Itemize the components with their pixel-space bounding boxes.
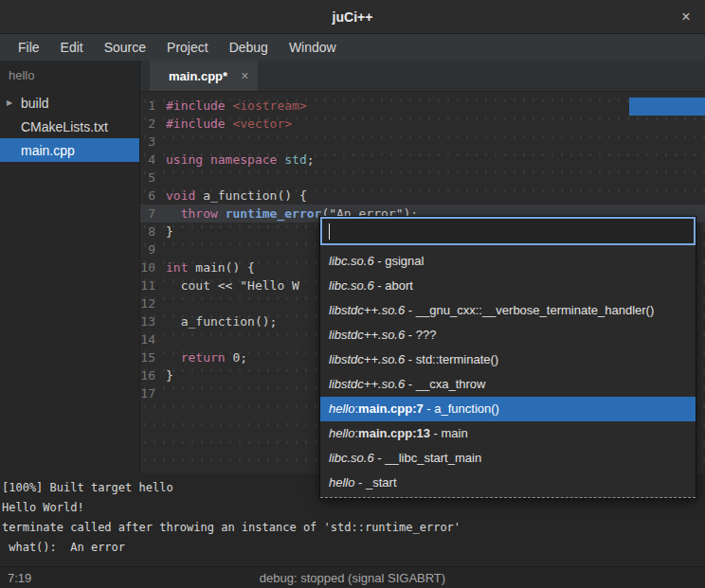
console-line: Hello World! [2, 498, 703, 518]
code-text: using namespace std; [160, 151, 315, 169]
code-text: #include <iostream> [160, 97, 307, 115]
backtrace-item[interactable]: libstdc++.so.6 - __cxa_throw [320, 372, 696, 397]
code-text: return 0; [160, 348, 247, 366]
menubar: FileEditSourceProjectDebugWindow [0, 34, 705, 61]
window-titlebar: juCi++ × [0, 0, 705, 34]
cursor-position: 7:19 [0, 571, 31, 585]
line-number: 4 [140, 151, 160, 169]
code-text: } [160, 223, 173, 241]
editor-line[interactable]: 2#include <vector> [140, 115, 705, 133]
line-number: 14 [140, 330, 160, 348]
code-text: a_function(); [160, 312, 277, 330]
console-line: terminate called after throwing an insta… [2, 518, 703, 538]
backtrace-item[interactable]: libstdc++.so.6 - ??? [320, 323, 696, 347]
line-number: 5 [140, 169, 160, 187]
console-line: what(): An error [2, 538, 703, 558]
file-tree-panel: hello ▶buildCMakeLists.txtmain.cpp [0, 61, 140, 473]
line-number: 3 [140, 133, 160, 151]
line-number: 11 [140, 276, 160, 294]
tree-item-label: CMakeLists.txt [21, 119, 108, 134]
line-number: 17 [140, 384, 160, 402]
backtrace-list: libc.so.6 - gsignallibc.so.6 - abortlibs… [320, 245, 696, 498]
line-number: 12 [140, 294, 160, 312]
backtrace-item[interactable]: hello - _start [320, 471, 696, 495]
code-text: void a_function() { [160, 187, 307, 205]
scrollbar-thumb[interactable] [629, 98, 705, 116]
code-text [160, 294, 166, 312]
statusbar: debug: stopped (signal SIGABRT) 7:19 [0, 566, 705, 588]
line-number: 13 [140, 312, 160, 330]
line-number: 9 [140, 241, 160, 258]
backtrace-filter-input[interactable] [320, 217, 696, 245]
line-number: 1 [140, 97, 160, 115]
tree-item-cmakelists-txt[interactable]: CMakeLists.txt [0, 115, 139, 138]
menu-item-file[interactable]: File [8, 34, 50, 61]
text-caret [329, 223, 330, 240]
expander-icon[interactable]: ▶ [7, 98, 21, 107]
tab-close-icon[interactable]: × [241, 68, 248, 83]
debug-status-text: debug: stopped (signal SIGABRT) [0, 571, 705, 585]
menu-item-window[interactable]: Window [279, 34, 347, 61]
editor-line[interactable]: 5 [140, 169, 705, 187]
window-close-icon[interactable]: × [677, 8, 696, 27]
code-text [160, 241, 166, 258]
file-tree: ▶buildCMakeLists.txtmain.cpp [0, 91, 139, 162]
code-text: #include <vector> [160, 115, 292, 133]
line-number: 2 [140, 115, 160, 133]
line-number: 16 [140, 366, 160, 384]
line-number: 6 [140, 187, 160, 205]
backtrace-item[interactable]: hello:main.cpp:13 - main [320, 421, 696, 446]
line-number: 8 [140, 223, 160, 241]
tab-main-cpp[interactable]: main.cpp* × [150, 61, 258, 91]
menu-item-source[interactable]: Source [94, 34, 156, 61]
backtrace-popup: libc.so.6 - gsignallibc.so.6 - abortlibs… [319, 216, 696, 499]
editor-line[interactable]: 3 [140, 133, 705, 151]
editor-line[interactable]: 6void a_function() { [140, 187, 705, 205]
tree-item-main-cpp[interactable]: main.cpp [0, 138, 139, 162]
tree-item-label: main.cpp [21, 143, 75, 158]
code-text: } [160, 366, 173, 384]
backtrace-item[interactable]: libc.so.6 - __libc_start_main [320, 446, 696, 471]
backtrace-item[interactable]: libstdc++.so.6 - __gnu_cxx::__verbose_te… [320, 298, 696, 323]
tabbar: main.cpp* × [140, 61, 705, 92]
backtrace-item[interactable]: libstdc++.so.6 - std::terminate() [320, 347, 696, 372]
menu-item-debug[interactable]: Debug [219, 34, 279, 61]
code-text: int main() { [160, 258, 255, 276]
tree-item-build[interactable]: ▶build [0, 91, 139, 115]
backtrace-item[interactable]: libc.so.6 - abort [320, 274, 696, 298]
line-number: 7 [140, 205, 160, 223]
editor-line[interactable]: 1#include <iostream> [140, 97, 705, 115]
backtrace-item[interactable]: libc.so.6 - gsignal [320, 249, 696, 274]
tree-item-label: build [21, 96, 49, 111]
code-text [160, 169, 166, 187]
menu-item-project[interactable]: Project [156, 34, 219, 61]
line-number: 10 [140, 258, 160, 276]
code-text: cout << "Hello W [160, 276, 299, 294]
project-name-header: hello [0, 61, 139, 91]
backtrace-item[interactable]: hello:main.cpp:7 - a_function() [320, 397, 696, 421]
menu-item-edit[interactable]: Edit [50, 34, 94, 61]
code-text [160, 330, 166, 348]
code-text [160, 133, 166, 151]
line-number: 15 [140, 348, 160, 366]
window-title: juCi++ [333, 9, 373, 25]
code-text [160, 384, 166, 402]
editor-line[interactable]: 4using namespace std; [140, 151, 705, 169]
tab-label: main.cpp* [169, 69, 227, 83]
